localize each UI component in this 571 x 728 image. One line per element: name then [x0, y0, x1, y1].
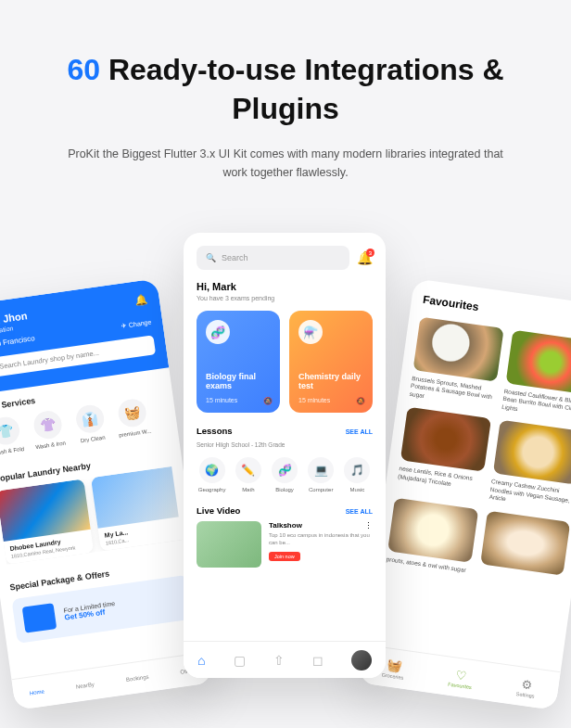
hero-subtitle: ProKit the Biggest Flutter 3.x UI Kit co…: [56, 145, 515, 182]
nav-upload-icon[interactable]: ⇧: [273, 653, 285, 668]
recipe-image: [387, 497, 478, 562]
bottom-nav: 🧺Groceries ♡Favourites ⚙Settings: [358, 645, 561, 711]
service-item[interactable]: 👚Wash & Iron: [29, 409, 69, 451]
nav-home-icon[interactable]: ⌂: [197, 653, 205, 668]
subject-item[interactable]: ✏️Math: [233, 457, 263, 492]
avatar[interactable]: [351, 650, 372, 671]
recipe-card[interactable]: Creamy Cashew Zucchini Noodles with Vega…: [489, 420, 571, 513]
grade-text: Senior Hiigh School - 12th Grade: [197, 441, 373, 448]
phone-laundry: Hello, Jhon Your Location 🔔 📍 San Franci…: [0, 278, 213, 710]
subject-item[interactable]: 💻Computer: [306, 457, 336, 492]
pending-text: You have 3 exams pending: [197, 295, 373, 301]
phone-food: Favourites Brussels Sprouts, Mashed Pota…: [358, 278, 571, 710]
recipe-image: [480, 510, 571, 575]
join-button[interactable]: Join now: [269, 552, 300, 561]
recipe-card[interactable]: prouts, atoes & owl with sugar: [386, 497, 478, 574]
recipe-image: [505, 330, 571, 395]
nav-home[interactable]: Home: [29, 688, 44, 696]
see-all-button[interactable]: SEE ALL: [346, 428, 373, 435]
recipe-card[interactable]: nese Lentils, Rice & Onions (Mujadara) T…: [397, 407, 491, 500]
laundry-card[interactable]: My La...1810,Ca...: [91, 466, 182, 551]
section-title: Lessons: [197, 426, 233, 436]
service-item[interactable]: 👕Wash & Fold: [0, 415, 26, 456]
hero-accent: 60: [67, 53, 100, 86]
bottom-nav: ⌂ ▢ ⇧ ◻: [184, 641, 386, 678]
hero-title: 60 Ready-to-use Integrations & Plugins: [56, 51, 515, 128]
mute-icon: 🔕: [356, 397, 365, 405]
recipe-image: [400, 407, 491, 472]
notification-button[interactable]: 🔔3: [357, 250, 373, 265]
bell-icon[interactable]: 🔔: [134, 293, 149, 307]
search-input[interactable]: 🔍Search: [197, 246, 349, 270]
exam-card[interactable]: ⚗️ Chemistry daily test 15 minutes 🔕: [289, 311, 373, 413]
recipe-image: [412, 317, 503, 382]
nav-chat-icon[interactable]: ◻: [312, 653, 324, 668]
video-thumbnail: [197, 521, 261, 568]
recipe-card[interactable]: Brussels Sprouts, Mashed Potatoes & Saus…: [409, 317, 503, 410]
nav-favourites[interactable]: ♡Favourites: [448, 666, 474, 689]
subject-item[interactable]: 🎵Music: [342, 457, 373, 492]
city-selector[interactable]: 📍 San Francisco: [0, 334, 35, 351]
nav-bookings[interactable]: Bookings: [125, 673, 148, 682]
phones-showcase: Hello, Jhon Your Location 🔔 📍 San Franci…: [0, 210, 571, 710]
subject-item[interactable]: 🧬Biology: [269, 457, 299, 492]
greeting: Hi, Mark: [197, 281, 373, 292]
nav-nearby[interactable]: NearBy: [75, 682, 95, 690]
nav-calendar-icon[interactable]: ▢: [234, 653, 246, 668]
phone-education: 🔍Search 🔔3 Hi, Mark You have 3 exams pen…: [184, 233, 386, 678]
recipe-card[interactable]: [478, 510, 571, 587]
dna-icon: 🧬: [206, 320, 230, 344]
notification-badge: 3: [366, 249, 374, 257]
offer-icon: [22, 603, 57, 632]
recipe-card[interactable]: Roasted Cauliflower & Black Bean Burrito…: [501, 330, 571, 423]
flask-icon: ⚗️: [298, 320, 323, 344]
gear-icon: ⚙: [516, 676, 537, 693]
change-location-button[interactable]: ✈ Change: [121, 318, 152, 329]
recipe-image: [492, 420, 571, 485]
more-icon[interactable]: ⋮: [364, 521, 373, 532]
section-title: Live Video: [197, 505, 240, 516]
see-all-button[interactable]: SEE ALL: [346, 508, 373, 515]
exam-card[interactable]: 🧬 Biology final exams 15 minutes 🔕: [197, 311, 280, 413]
laundry-card[interactable]: Dhobee Laundry1810,Camino Real, Newyork: [0, 479, 94, 565]
service-item[interactable]: 👔Dry Clean: [70, 402, 110, 444]
video-card[interactable]: Talkshow⋮ Top 10 eco campus in indonesia…: [197, 521, 373, 568]
subject-item[interactable]: 🌍Geography: [197, 457, 227, 492]
mute-icon: 🔕: [263, 397, 273, 405]
service-item[interactable]: 🧺premium W...: [113, 397, 153, 439]
nav-settings[interactable]: ⚙Settings: [516, 676, 538, 699]
search-icon: 🔍: [206, 253, 216, 262]
hero-section: 60 Ready-to-use Integrations & Plugins P…: [0, 0, 571, 210]
